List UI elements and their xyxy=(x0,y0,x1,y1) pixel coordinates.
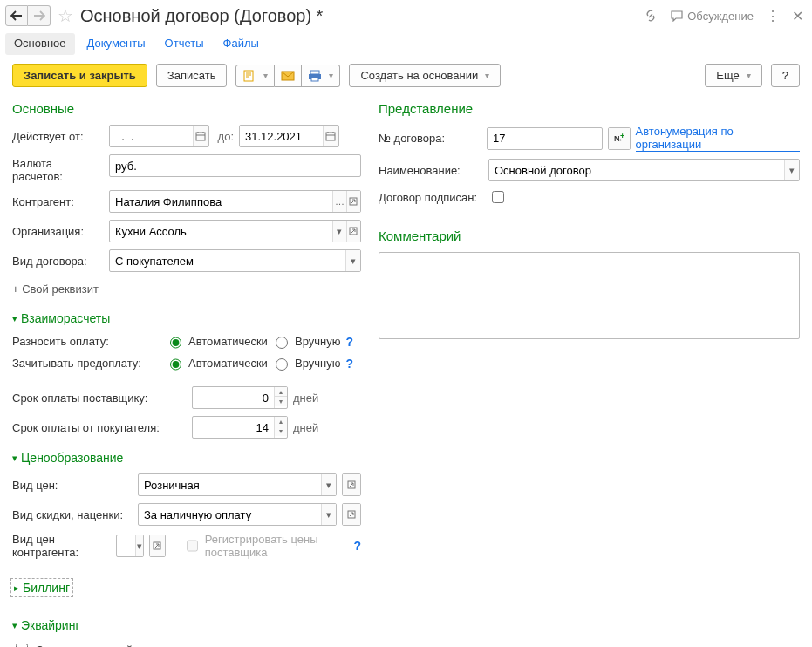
org-label: Организация: xyxy=(12,225,104,238)
chevron-down-icon[interactable]: ▾ xyxy=(135,535,143,556)
section-comment-title: Комментарий xyxy=(379,228,800,243)
days-label-2: дней xyxy=(293,421,318,434)
section-presentation-title: Представление xyxy=(379,101,800,116)
currency-input[interactable] xyxy=(110,155,360,176)
is-acquiring-checkbox[interactable] xyxy=(16,644,28,647)
valid-from-input[interactable] xyxy=(110,126,193,146)
valid-from-label: Действует от: xyxy=(12,130,104,143)
nav-fwd-button xyxy=(28,5,51,26)
tab-reports[interactable]: Отчеты xyxy=(165,37,204,51)
buyer-term-input[interactable] xyxy=(193,417,274,438)
currency-label: Валюта расчетов: xyxy=(12,154,104,183)
counterparty-input[interactable] xyxy=(110,191,332,212)
autonum-button[interactable]: N+° xyxy=(609,128,630,149)
print-button[interactable]: ▾ xyxy=(302,65,340,87)
contract-type-input[interactable] xyxy=(110,250,345,271)
spinner-down[interactable]: ▾ xyxy=(275,426,287,436)
price-type-label: Вид цен: xyxy=(12,479,133,492)
split-manual-radio[interactable] xyxy=(276,337,288,349)
chat-icon xyxy=(670,10,684,22)
group-settlements-toggle[interactable]: ▾ Взаиморасчеты xyxy=(12,311,361,325)
write-button[interactable]: Записать xyxy=(156,64,228,87)
autonum-link[interactable]: Автонумерация по организации xyxy=(636,125,800,152)
write-close-button[interactable]: Записать и закрыть xyxy=(12,64,147,87)
counterparty-label: Контрагент: xyxy=(12,195,104,208)
chevron-down-icon: ▾ xyxy=(12,620,17,631)
tab-files[interactable]: Файлы xyxy=(223,37,259,51)
chevron-down-icon: ▾ xyxy=(12,453,17,464)
contract-number-input[interactable] xyxy=(488,128,602,149)
chevron-down-icon[interactable]: ▾ xyxy=(784,160,799,180)
kebab-menu[interactable]: ⋮ xyxy=(766,8,780,24)
valid-to-input[interactable] xyxy=(240,126,323,146)
favorite-icon[interactable]: ☆ xyxy=(56,5,75,26)
calendar-icon[interactable] xyxy=(193,126,208,146)
name-label: Наименование: xyxy=(379,164,483,177)
open-icon[interactable] xyxy=(343,504,360,525)
discussion-label: Обсуждение xyxy=(687,10,754,23)
svg-rect-5 xyxy=(196,133,205,140)
help-icon[interactable]: ? xyxy=(345,357,353,371)
chevron-down-icon[interactable]: ▾ xyxy=(321,474,336,495)
tab-main[interactable]: Основное xyxy=(5,33,75,55)
svg-text:°: ° xyxy=(619,139,622,145)
spinner-down[interactable]: ▾ xyxy=(275,397,287,406)
create-from-button[interactable]: Создать на основании▾ xyxy=(349,64,501,87)
org-input[interactable] xyxy=(110,221,332,242)
svg-rect-4 xyxy=(311,78,318,81)
split-payment-label: Разносить оплату: xyxy=(12,335,160,348)
group-pricing-toggle[interactable]: ▾ Ценообразование xyxy=(12,451,361,465)
split-auto-radio[interactable] xyxy=(170,337,181,349)
email-button[interactable] xyxy=(275,65,302,87)
contract-type-label: Вид договора: xyxy=(12,255,104,268)
chevron-down-icon[interactable]: ▾ xyxy=(345,250,360,271)
open-icon[interactable] xyxy=(150,535,164,556)
cp-price-type-input[interactable] xyxy=(117,535,135,556)
section-main-title: Основные xyxy=(12,101,361,116)
discount-type-input[interactable] xyxy=(139,504,321,525)
tab-documents[interactable]: Документы xyxy=(87,37,146,51)
more-button[interactable]: Еще▾ xyxy=(705,64,761,87)
chevron-down-icon[interactable]: ▾ xyxy=(332,221,346,242)
open-icon[interactable] xyxy=(343,474,360,495)
help-icon[interactable]: ? xyxy=(353,539,361,553)
svg-rect-2 xyxy=(310,71,319,74)
open-icon[interactable] xyxy=(346,221,360,242)
close-button[interactable]: ✕ xyxy=(792,8,803,24)
contract-name-input[interactable] xyxy=(489,160,784,180)
nav-back-button[interactable] xyxy=(5,5,28,26)
link-icon[interactable] xyxy=(644,9,658,23)
buyer-term-label: Срок оплаты от покупателя: xyxy=(12,421,187,434)
credit-auto-radio[interactable] xyxy=(170,358,181,371)
discussion-button[interactable]: Обсуждение xyxy=(670,10,754,23)
add-requisite-button[interactable]: + Свой реквизит xyxy=(12,279,361,299)
register-supplier-prices-checkbox xyxy=(187,540,198,552)
chevron-down-icon[interactable]: ▾ xyxy=(321,504,336,525)
group-acquiring-toggle[interactable]: ▾ Эквайринг xyxy=(12,618,361,632)
number-label: № договора: xyxy=(379,132,481,145)
help-icon[interactable]: ? xyxy=(345,335,353,349)
signed-label: Договор подписан: xyxy=(379,191,483,204)
signed-checkbox[interactable] xyxy=(492,191,504,203)
price-type-input[interactable] xyxy=(139,474,321,495)
ellipsis-icon[interactable]: … xyxy=(332,191,346,212)
group-billing-toggle[interactable]: ▸ Биллинг xyxy=(10,578,73,597)
open-icon[interactable] xyxy=(346,191,360,212)
supplier-term-input[interactable] xyxy=(193,387,274,408)
credit-prepay-label: Зачитывать предоплату: xyxy=(12,357,160,370)
credit-manual-radio[interactable] xyxy=(276,358,288,371)
spinner-up[interactable]: ▴ xyxy=(275,417,287,426)
document-icon xyxy=(242,70,256,82)
help-button[interactable]: ? xyxy=(771,64,800,87)
arrow-right-icon xyxy=(33,10,45,21)
cp-price-type-label: Вид цен контрагента: xyxy=(12,533,111,559)
calendar-icon[interactable] xyxy=(323,126,338,146)
envelope-icon xyxy=(281,71,295,81)
chevron-right-icon: ▸ xyxy=(14,582,19,594)
discount-type-label: Вид скидки, наценки: xyxy=(12,508,133,521)
days-label: дней xyxy=(293,392,318,405)
print-template-button[interactable]: ▾ xyxy=(235,65,275,87)
spinner-up[interactable]: ▴ xyxy=(275,387,287,397)
comment-textarea[interactable] xyxy=(379,252,800,339)
svg-rect-6 xyxy=(326,133,335,140)
